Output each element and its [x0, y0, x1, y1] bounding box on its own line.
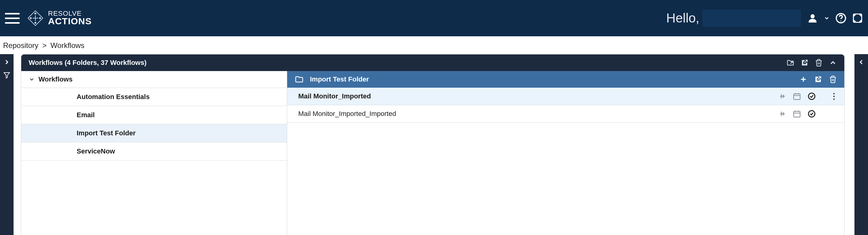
check-circle-icon[interactable] [807, 109, 816, 118]
calendar-icon[interactable] [793, 109, 801, 118]
svg-line-16 [818, 76, 821, 80]
breadcrumb-root[interactable]: Repository [3, 41, 38, 49]
calendar-icon[interactable] [793, 92, 801, 101]
chevron-down-icon[interactable] [824, 12, 830, 24]
plus-icon[interactable] [799, 75, 807, 83]
tree-item-label: Email [76, 111, 95, 119]
content-area: Import Test Folder [287, 71, 844, 235]
tree-item-label: Import Test Folder [76, 129, 136, 137]
svg-point-4 [30, 17, 32, 19]
enter-icon[interactable] [778, 109, 786, 118]
top-bar: RESOLVE ACTIONS Hello, [0, 0, 868, 36]
svg-line-13 [804, 60, 807, 63]
panel-header: Workflows (4 Folders, 37 Workflows) [21, 55, 844, 71]
folder-icon [294, 75, 304, 84]
svg-marker-11 [4, 73, 9, 78]
tree-item-label: ServiceNow [76, 147, 115, 155]
chevron-up-icon[interactable] [829, 59, 837, 67]
hamburger-menu-button[interactable] [5, 11, 20, 26]
user-menu-button[interactable] [807, 12, 818, 24]
tree-item-import-test-folder[interactable]: Import Test Folder [21, 124, 287, 142]
tree-root-label: Workflows [38, 75, 73, 83]
filter-icon[interactable] [3, 71, 10, 79]
export-icon[interactable] [801, 59, 809, 67]
greeting-text: Hello, [666, 11, 699, 26]
chevron-down-icon [29, 76, 35, 82]
workflow-name: Mail Monitor_Imported [298, 92, 371, 100]
expand-rail-icon[interactable] [3, 59, 10, 66]
right-rail [855, 54, 868, 235]
brand-icon [27, 10, 44, 27]
svg-point-2 [39, 17, 41, 19]
tree-item-email[interactable]: Email [21, 106, 287, 124]
brand-line2: ACTIONS [48, 17, 92, 26]
svg-point-7 [811, 14, 814, 18]
breadcrumb-separator: > [42, 41, 46, 49]
breadcrumb: Repository > Workflows [0, 36, 868, 53]
help-icon[interactable] [835, 12, 846, 24]
workflows-panel: Workflows (4 Folders, 37 Workflows) [21, 54, 845, 235]
svg-point-1 [34, 12, 36, 14]
workflow-row[interactable]: Mail Monitor_Imported [287, 88, 844, 105]
workflow-name: Mail Monitor_Imported_Imported [298, 110, 396, 118]
tree-item-label: Automation Essentials [76, 93, 150, 101]
import-icon[interactable] [786, 59, 795, 67]
svg-rect-18 [794, 94, 800, 100]
trash-icon[interactable] [829, 75, 837, 83]
tree-item-servicenow[interactable]: ServiceNow [21, 142, 287, 161]
left-rail [0, 54, 13, 235]
folder-name: Import Test Folder [310, 75, 369, 83]
brand-logo[interactable]: RESOLVE ACTIONS [27, 10, 92, 27]
workflow-row[interactable]: Mail Monitor_Imported_Imported [287, 105, 844, 123]
enter-icon[interactable] [778, 92, 786, 101]
folder-tree: Workflows Automation Essentials Email Im… [21, 71, 287, 235]
panel-title: Workflows (4 Folders, 37 Workflows) [29, 59, 147, 67]
open-external-icon[interactable] [814, 75, 822, 83]
breadcrumb-current: Workflows [51, 41, 84, 49]
check-circle-icon[interactable] [807, 92, 816, 101]
svg-rect-24 [794, 111, 800, 117]
brand-text: RESOLVE ACTIONS [48, 10, 92, 26]
user-name-box[interactable] [703, 9, 801, 27]
svg-point-9 [841, 21, 841, 22]
folder-header-bar: Import Test Folder [287, 71, 844, 88]
tree-root[interactable]: Workflows [21, 71, 287, 88]
collapse-rail-icon[interactable] [858, 59, 865, 66]
fullscreen-icon[interactable] [852, 12, 863, 24]
trash-icon[interactable] [815, 59, 823, 67]
tree-item-automation-essentials[interactable]: Automation Essentials [21, 88, 287, 106]
svg-point-3 [34, 22, 36, 24]
kebab-menu-button[interactable] [831, 93, 837, 100]
